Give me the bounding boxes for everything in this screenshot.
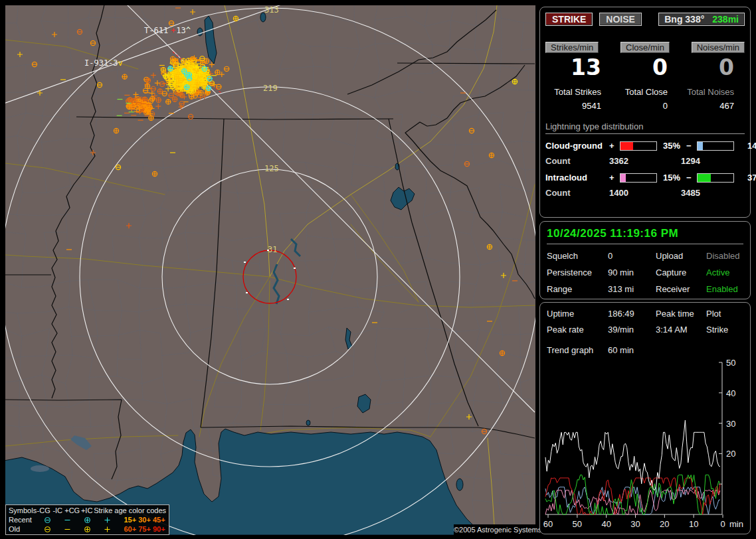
bearing-value: Bng 338° [664,14,704,25]
legend-recent-label: Recent [9,515,43,524]
tracker-label-t611: T-611+13^ [144,26,191,35]
intracloud-count-row: Count 1400 3485 [545,188,745,198]
info-row-uptime: Uptime 186:49 Peak time Plot [547,309,743,319]
app-window: { "header": { "strike_button": "STRIKE",… [0,0,756,539]
trend-graph: 504030206050403020100min [543,358,749,532]
plot-mode-value: Strike [706,325,743,335]
peak-rate-label: Peak rate [547,325,608,335]
status-row-squelch: Squelch 0 Upload Disabled [547,251,743,261]
persistence-value: 90 min [608,268,656,277]
total-strikes-label: Total Strikes [545,87,601,97]
cloud-ground-row: Cloud-ground + 35% − 14% [545,141,745,151]
ic-plus-bar [620,173,657,183]
distribution-title: Lightning type distribution [545,121,745,134]
age-90: 90+ [153,525,165,533]
legend-old-label: Old [9,524,43,534]
strikes-per-min-value: 13 [545,54,612,80]
trend-graph-label: Trend graph [547,345,608,355]
totals-row: Total Strikes 9541 Total Close 0 Total N… [545,80,745,111]
svg-text:40: 40 [726,388,735,398]
copyright-label: ©2005 Astrogenic Systems [454,524,535,535]
age-15: 15+ [124,516,136,524]
legend-age-title: Strike age color codes [94,506,166,515]
tracker-down-arrow-icon: v [118,58,123,68]
capture-label: Capture [656,268,706,277]
upload-label: Upload [656,251,706,261]
legend-col-ic-neg: -IC [50,506,64,515]
legend-col-cg-neg: -CG [37,506,50,515]
range-value: 313 mi [608,284,656,294]
strike-mode-button[interactable]: STRIKE [545,13,593,26]
legend-ages-recent: 15+ 30+ 45+ [123,515,166,524]
datetime-display: 10/24/2025 11:19:16 PM [547,227,743,244]
minus-sign: − [686,173,697,183]
total-close: Total Close 0 [612,87,678,111]
peak-time-label: Peak time [656,309,706,319]
plot-label: Plot [706,309,743,319]
ring-label-313: 313 [264,5,279,15]
trend-graph-canvas: 504030206050403020100min [543,358,749,532]
info-row-peak: Peak rate 39/min 3:14 AM Strike [547,325,743,335]
legend-recent-row: Recent 15+ 30+ 45+ [9,515,166,524]
status-panel: 10/24/2025 11:19:16 PM Squelch 0 Upload … [539,221,751,299]
persistence-label: Persistence [547,268,608,277]
tracker-label-i931: I-931-3v [84,58,123,68]
svg-text:20: 20 [726,449,735,459]
svg-text:0: 0 [720,519,725,529]
cloud-ground-count-row: Count 3362 1294 [545,156,745,166]
status-row-persistence: Persistence 90 min Capture Active [547,268,743,277]
stats-panel: STRIKE NOISE Bng 338° 238mi Strikes/min … [539,7,751,218]
ring-label-125: 125 [264,164,279,173]
cg-pos-old-icon [83,525,103,534]
cloud-ground-label: Cloud-ground [545,141,609,151]
close-per-min-chip[interactable]: Close/min [620,42,670,53]
svg-text:50: 50 [726,358,735,368]
legend-header-row: Symbols -CG -IC +CG +IC Strike age color… [9,506,166,515]
plus-sign: + [609,173,620,183]
svg-text:50: 50 [573,519,582,529]
mode-button-row: STRIKE NOISE Bng 338° 238mi [545,13,745,26]
receiver-label: Receiver [656,284,706,294]
svg-text:min: min [729,519,743,529]
trend-graph-value: 60 min [608,345,743,355]
cg-minus-bar [697,141,734,151]
age-30: 30+ [138,516,151,524]
ring-label-219: 219 [263,84,278,93]
range-label: Range [547,284,608,294]
close-per-min-value: 0 [612,54,678,80]
strikes-per-min-chip[interactable]: Strikes/min [545,42,599,53]
noise-mode-button[interactable]: NOISE [599,13,642,26]
svg-text:40: 40 [601,519,611,529]
intracloud-label: Intracloud [545,173,609,183]
cg-plus-count: 3362 [609,156,681,166]
upload-value: Disabled [706,251,743,261]
trend-graph-row: Trend graph 60 min [547,345,743,355]
tracker-marker-icon: + [171,26,175,35]
bearing-distance: 238mi [712,14,739,25]
capture-value: Active [706,268,743,277]
total-noises-value: 467 [678,101,734,111]
ic-neg-recent-icon [63,516,83,524]
ic-minus-bar [697,173,734,183]
ic-pos-old-icon [103,525,123,534]
uptime-value: 186:49 [608,309,656,319]
ic-minus-count: 3485 [681,188,745,198]
legend-col-cg-pos: +CG [64,506,80,515]
map-display[interactable]: 313 219 125 31 T-611+13^ I-931-3v Symbol… [5,5,535,535]
status-row-range: Range 313 mi Receiver Enabled [547,284,743,294]
svg-text:30: 30 [630,519,640,529]
total-strikes: Total Strikes 9541 [545,87,612,111]
cg-plus-pct: 35% [657,141,686,151]
total-noises-label: Total Noises [678,87,734,97]
total-strikes-value: 9541 [545,101,601,111]
count-label: Count [545,188,609,198]
rate-value-row: 13 0 0 [545,53,745,80]
svg-text:60: 60 [543,519,553,529]
age-75: 75+ [138,525,151,533]
ic-pos-recent-icon [103,516,123,524]
rate-chip-row: Strikes/min Close/min Noises/min [545,42,745,53]
legend-old-row: Old 60+ 75+ 90+ [9,524,166,534]
map-canvas: 313 219 125 31 T-611+13^ I-931-3v [5,5,535,535]
noises-per-min-chip[interactable]: Noises/min [692,42,745,53]
legend-col-ic-pos: +IC [80,506,94,515]
